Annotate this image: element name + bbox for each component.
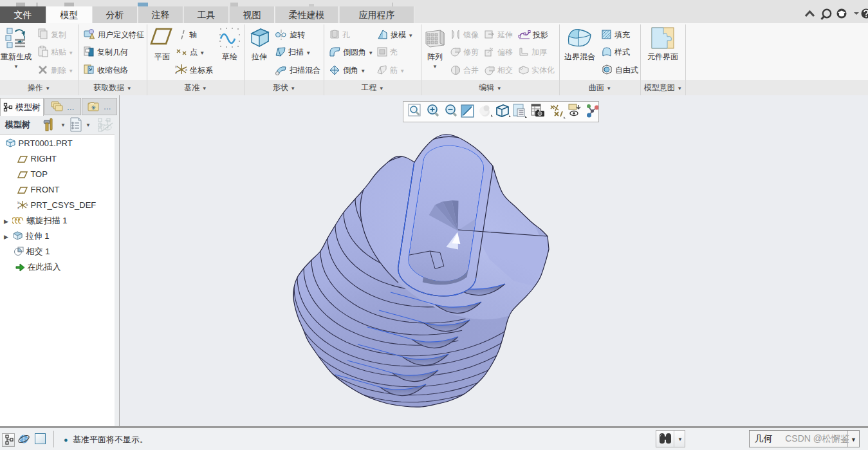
svg-text:z: z bbox=[17, 206, 19, 210]
svg-text:y: y bbox=[17, 200, 19, 204]
svg-text:x: x bbox=[185, 68, 187, 71]
svg-text:y: y bbox=[175, 64, 177, 68]
svg-text:✳: ✳ bbox=[91, 104, 96, 111]
svg-text:x: x bbox=[26, 203, 28, 207]
svg-text:z: z bbox=[175, 71, 177, 75]
